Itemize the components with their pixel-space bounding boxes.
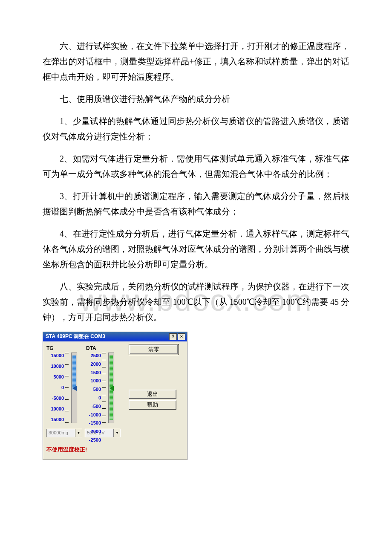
paragraph: 4、在进行定性成分分析后，进行气体定量分析，通入标样气体，测定标样气体各气体成分… [43, 226, 349, 272]
dta-axis-labels: 2500 2000 1500 1000 500 0 -500 -1000 -15… [86, 352, 102, 424]
tg-column-label: TG [46, 344, 86, 352]
titlebar-help-button[interactable]: ? [169, 333, 177, 340]
dta-tick-marks [102, 352, 108, 424]
tg-tick: 10000 [46, 405, 64, 413]
dta-slider-thumb[interactable] [108, 386, 115, 390]
paragraph: 2、如需对气体进行定量分析，需使用气体测试单元通入标准气体，标准气体可为单一成分… [43, 151, 349, 182]
dta-tick: -2000 [86, 428, 101, 436]
tg-tick: 15000 [46, 352, 64, 360]
dta-tick: 1500 [86, 369, 101, 377]
dta-tick: 2000 [86, 360, 101, 369]
chevron-down-icon[interactable]: ▼ [75, 429, 82, 437]
dta-tick: 500 [86, 385, 101, 394]
dta-tick: -500 [86, 402, 101, 411]
dta-column-label: DTA [86, 344, 129, 352]
help-button[interactable]: 帮助 [129, 400, 176, 410]
dialog-titlebar: STA 409PC 调整在 COM3 ? × [43, 332, 187, 341]
tg-tick: 15000 [46, 416, 64, 424]
paragraph: 3、打开计算机中的质谱测定程序，输入需要测定的气体成分分子量，然后根据谱图判断热… [43, 188, 349, 219]
tg-tick: -5000 [46, 394, 64, 403]
paragraph: 七、使用质谱仪进行热解气体产物的成分分析 [43, 91, 349, 107]
paragraph: 六、进行试样实验，在文件下拉菜单中选择打开，打开刚才的修正温度程序，在弹出的对话… [43, 38, 349, 84]
clear-button[interactable]: 清零 [130, 345, 178, 354]
tg-tick-marks [65, 352, 71, 424]
exit-button[interactable]: 退出 [129, 390, 176, 399]
paragraph: 八、实验完成后，关闭热分析仪的试样测试程序，为保护仪器，在进行下一次实验前，需将… [43, 279, 349, 325]
dta-tick: 1000 [86, 377, 101, 385]
dta-tick: -1000 [86, 411, 101, 419]
tg-range-select[interactable]: 30000mg ▼ [46, 429, 82, 437]
tg-slider[interactable] [71, 353, 77, 423]
dta-tick: 2500 [86, 352, 101, 360]
dta-slider[interactable] [108, 353, 114, 423]
paragraph: 1、少量试样的热解气体通过同步热分析仪与质谱仪的管路进入质谱仪，质谱仪对气体成分… [43, 113, 349, 144]
dialog-title: STA 409PC 调整在 COM3 [45, 332, 105, 341]
tg-tick: 10000 [46, 362, 64, 371]
tg-tick: 5000 [46, 373, 64, 382]
tg-tick: 0 [46, 384, 64, 392]
tg-slider-thumb[interactable] [71, 386, 78, 390]
dta-tick: -2500 [86, 436, 101, 445]
calibration-status: 不使用温度校正! [46, 445, 184, 455]
dta-tick: 0 [86, 394, 101, 402]
tg-axis-labels: 15000 10000 5000 0 -5000 10000 15000 [46, 352, 65, 424]
chevron-down-icon[interactable]: ▼ [113, 429, 120, 437]
sta-adjust-dialog: STA 409PC 调整在 COM3 ? × TG 15000 10000 50 [43, 332, 187, 460]
titlebar-close-button[interactable]: × [178, 333, 185, 340]
document-body: 六、进行试样实验，在文件下拉菜单中选择打开，打开刚才的修正温度程序，在弹出的对话… [43, 38, 349, 460]
dta-tick: -1500 [86, 419, 101, 428]
tg-range-value: 30000mg [47, 429, 75, 437]
